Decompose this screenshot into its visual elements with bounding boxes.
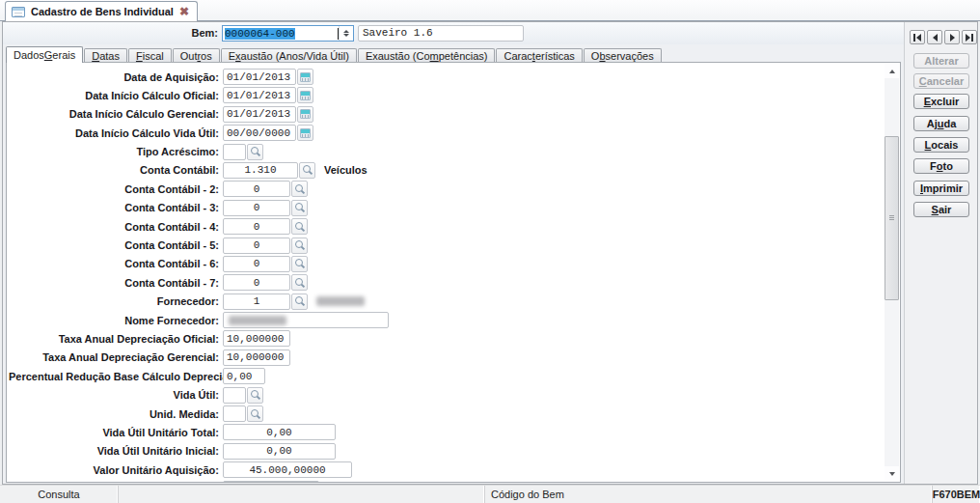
tab-fiscal[interactable]: Fiscal — [128, 48, 172, 63]
magnifier-icon — [295, 184, 303, 192]
vida-util-input[interactable] — [223, 387, 246, 404]
calendar-button[interactable] — [297, 125, 313, 141]
field-label: Data Início Cálculo Gerencial: — [9, 108, 223, 120]
tab-exaustao-competencias[interactable]: Exaustão (Competências) — [358, 48, 496, 63]
status-mode: Consulta — [0, 486, 119, 503]
valor-unitario-aquisicao-input[interactable] — [223, 461, 352, 478]
bem-combobox[interactable]: 0000064-000 — [222, 25, 354, 42]
ajuda-button[interactable]: Ajuda — [913, 116, 969, 131]
lookup-button[interactable] — [247, 144, 263, 160]
tab-page-dados-gerais: Data de Aquisição: Data Início Cálculo O… — [6, 62, 901, 483]
foto-button[interactable]: Foto — [913, 158, 969, 174]
first-record-button[interactable] — [910, 30, 925, 44]
bem-description-field[interactable]: Saveiro 1.6 — [358, 25, 524, 42]
data-aquisicao-input[interactable] — [223, 69, 296, 85]
field-label: Vida Útil Unitário Total: — [9, 427, 223, 438]
status-bar: Consulta Código do Bem F670BEM — [0, 485, 980, 503]
next-record-button[interactable] — [944, 30, 960, 44]
lookup-button[interactable] — [291, 218, 308, 235]
tab-observacoes[interactable]: Observações — [584, 48, 662, 63]
lookup-button[interactable] — [291, 200, 308, 216]
form-row: Vida Útil Unitário Total: — [9, 424, 883, 440]
tipo-acrescimo-input[interactable] — [223, 144, 246, 160]
calendar-button[interactable] — [297, 69, 313, 85]
arrow-down-icon — [889, 472, 895, 476]
calendar-button[interactable] — [297, 106, 313, 123]
lookup-button[interactable] — [291, 238, 308, 254]
imprimir-button[interactable]: Imprimir — [913, 181, 969, 196]
tab-dados-gerais[interactable]: Dados Gerais — [6, 46, 83, 63]
first-record-icon — [916, 34, 921, 42]
excluir-button[interactable]: Excluir — [913, 94, 969, 109]
form-row: Conta Contábil - 6: — [9, 256, 883, 272]
magnifier-icon — [303, 165, 311, 173]
scroll-up-button[interactable] — [885, 64, 899, 78]
conta-contabil-input[interactable] — [223, 162, 298, 179]
field-label: Conta Contábil - 2: — [9, 183, 223, 195]
form-row: Tipo Acréscimo: — [9, 144, 883, 160]
lookup-button[interactable] — [247, 405, 263, 422]
lookup-button[interactable] — [291, 256, 308, 272]
conta-contabil-3-input[interactable] — [223, 200, 290, 216]
percentual-reducao-input[interactable] — [223, 368, 265, 384]
field-label: Valor Unitário Aquisição: — [9, 464, 223, 476]
prior-record-button[interactable] — [927, 30, 942, 44]
calendar-icon — [300, 128, 311, 138]
calendar-icon — [300, 91, 311, 100]
field-label: Nome Fornecedor: — [9, 315, 223, 326]
tab-outros[interactable]: Outros — [173, 48, 220, 63]
vida-util-unitario-total-input[interactable] — [223, 424, 336, 440]
taxa-anual-depreciacao-oficial-input[interactable] — [223, 330, 290, 347]
bem-label: Bem: — [191, 27, 218, 39]
sair-button[interactable]: Sair — [913, 202, 969, 217]
vertical-scrollbar[interactable] — [885, 64, 899, 481]
alterar-button[interactable]: Alterar — [913, 53, 969, 69]
taxa-anual-depreciacao-gerencial-input[interactable] — [223, 349, 290, 366]
document-tab-title: Cadastro de Bens Individual — [31, 6, 174, 17]
tab-bar: Dados Gerais Datas Fiscal Outros Exaustã… — [6, 46, 901, 63]
tab-exaustao-anos[interactable]: Exaustão (Anos/Vida Útil) — [221, 48, 357, 63]
magnifier-icon — [295, 296, 303, 304]
conta-contabil-4-input[interactable] — [223, 218, 290, 235]
form-row: Valor Unitário Aquisição: — [9, 461, 883, 478]
conta-contabil-5-input[interactable] — [223, 238, 290, 254]
last-record-button[interactable] — [962, 30, 977, 44]
nome-fornecedor-input[interactable] — [223, 312, 389, 328]
form-row: Taxa Anual Depreciação Oficial: — [9, 330, 883, 347]
lookup-button[interactable] — [291, 293, 308, 310]
status-form-code: F670BEM — [933, 486, 980, 503]
status-empty-panel — [119, 486, 485, 503]
scroll-down-button[interactable] — [885, 466, 899, 481]
prior-record-icon — [933, 34, 938, 42]
cadastro-window: Bem: 0000064-000 Saveiro 1.6 Dados Gerai… — [2, 21, 978, 485]
data-inicio-calculo-gerencial-input[interactable] — [223, 106, 296, 123]
tab-datas[interactable]: Datas — [84, 48, 127, 63]
next-record-icon — [950, 34, 955, 42]
lookup-button[interactable] — [247, 387, 263, 404]
cancelar-button[interactable]: Cancelar — [913, 73, 969, 89]
lookup-button[interactable] — [291, 181, 308, 197]
data-inicio-calculo-oficial-input[interactable] — [223, 87, 296, 103]
lookup-button[interactable] — [299, 162, 315, 179]
conta-contabil-7-input[interactable] — [223, 274, 290, 291]
field-label: Conta Contábil - 7: — [9, 277, 223, 289]
data-inicio-calculo-vida-util-input[interactable] — [223, 125, 296, 141]
lookup-button[interactable] — [291, 274, 308, 291]
scrollbar-thumb[interactable] — [885, 136, 899, 300]
calendar-button[interactable] — [297, 87, 313, 103]
field-label: Data Início Cálculo Vida Útil: — [9, 127, 223, 139]
form-row: Vida Útil: — [9, 387, 883, 404]
locais-button[interactable]: Locais — [913, 137, 969, 153]
document-tab[interactable]: Cadastro de Bens Individual ✖ — [5, 1, 198, 21]
field-label: Percentual Redução Base Cálculo Deprecia… — [9, 371, 223, 382]
vida-util-unitario-inicial-input[interactable] — [223, 443, 336, 460]
form-row: Data Início Cálculo Vida Útil: — [9, 125, 883, 141]
combo-dropdown-button[interactable] — [339, 26, 353, 41]
last-record-icon — [966, 34, 970, 42]
conta-contabil-6-input[interactable] — [223, 256, 290, 272]
fornecedor-input[interactable] — [223, 293, 290, 310]
unid-medida-input[interactable] — [223, 405, 246, 422]
close-tab-icon[interactable]: ✖ — [179, 6, 189, 17]
tab-caracteristicas[interactable]: Características — [496, 48, 582, 63]
conta-contabil-2-input[interactable] — [223, 181, 290, 197]
